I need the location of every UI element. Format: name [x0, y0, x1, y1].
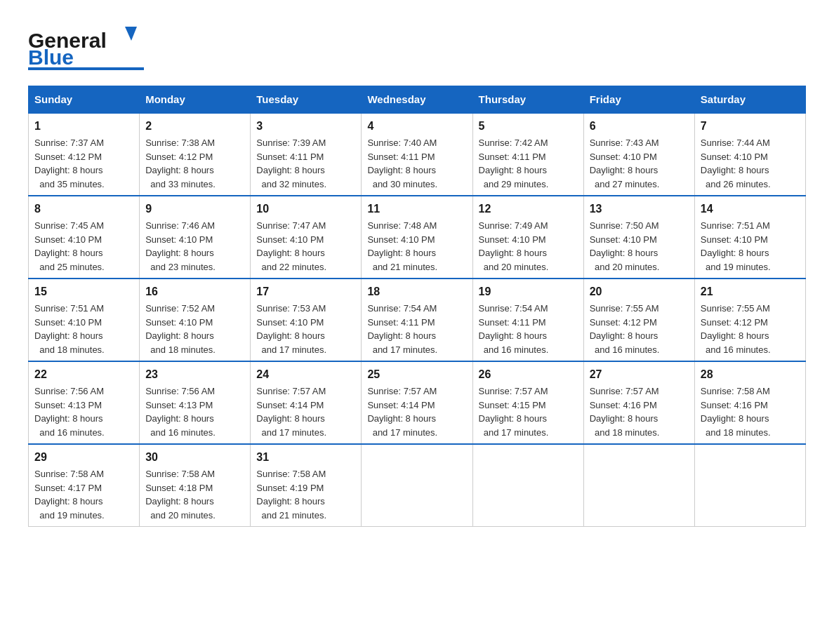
day-number: 26 [479, 366, 578, 383]
day-number: 19 [479, 283, 578, 300]
calendar-cell: 11 Sunrise: 7:48 AM Sunset: 4:10 PM Dayl… [362, 196, 472, 279]
calendar-cell: 1 Sunrise: 7:37 AM Sunset: 4:12 PM Dayli… [29, 113, 140, 196]
daylight-label: Daylight: 8 hours and 26 minutes. [701, 165, 771, 189]
page-header: General Blue [28, 21, 806, 72]
calendar-cell: 5 Sunrise: 7:42 AM Sunset: 4:11 PM Dayli… [472, 113, 583, 196]
sunrise-label: Sunrise: 7:50 AM [590, 220, 659, 231]
calendar-cell: 19 Sunrise: 7:54 AM Sunset: 4:11 PM Dayl… [472, 279, 583, 361]
sunset-label: Sunset: 4:16 PM [701, 400, 768, 410]
sunrise-label: Sunrise: 7:38 AM [145, 137, 215, 148]
sunrise-label: Sunrise: 7:56 AM [34, 386, 104, 396]
daylight-label: Daylight: 8 hours and 25 minutes. [34, 248, 105, 272]
day-number: 16 [145, 283, 244, 300]
sunset-label: Sunset: 4:18 PM [145, 483, 213, 493]
daylight-label: Daylight: 8 hours and 17 minutes. [256, 330, 326, 355]
sunrise-label: Sunrise: 7:57 AM [590, 386, 659, 396]
day-number: 31 [256, 449, 355, 466]
calendar-cell [583, 444, 694, 527]
daylight-label: Daylight: 8 hours and 16 minutes. [479, 330, 549, 355]
calendar-cell: 25 Sunrise: 7:57 AM Sunset: 4:14 PM Dayl… [362, 361, 472, 444]
daylight-label: Daylight: 8 hours and 35 minutes. [34, 165, 105, 189]
sunset-label: Sunset: 4:10 PM [479, 234, 546, 245]
sunrise-label: Sunrise: 7:56 AM [145, 386, 215, 396]
calendar-week-4: 22 Sunrise: 7:56 AM Sunset: 4:13 PM Dayl… [29, 361, 806, 444]
day-number: 22 [34, 366, 133, 383]
sunset-label: Sunset: 4:13 PM [145, 400, 213, 410]
calendar-cell: 13 Sunrise: 7:50 AM Sunset: 4:10 PM Dayl… [583, 196, 694, 279]
day-number: 3 [256, 118, 355, 135]
calendar-cell: 10 Sunrise: 7:47 AM Sunset: 4:10 PM Dayl… [251, 196, 362, 279]
sunset-label: Sunset: 4:10 PM [256, 234, 324, 245]
sunrise-label: Sunrise: 7:47 AM [256, 220, 326, 231]
calendar-cell [362, 444, 472, 527]
sunset-label: Sunset: 4:10 PM [256, 317, 324, 328]
sunset-label: Sunset: 4:10 PM [367, 234, 435, 245]
weekday-header-friday: Friday [583, 86, 694, 114]
calendar-cell: 22 Sunrise: 7:56 AM Sunset: 4:13 PM Dayl… [29, 361, 140, 444]
sunrise-label: Sunrise: 7:57 AM [367, 386, 437, 396]
day-number: 21 [701, 283, 800, 300]
calendar-week-2: 8 Sunrise: 7:45 AM Sunset: 4:10 PM Dayli… [29, 196, 806, 279]
calendar-cell: 29 Sunrise: 7:58 AM Sunset: 4:17 PM Dayl… [29, 444, 140, 527]
sunrise-label: Sunrise: 7:58 AM [34, 469, 104, 479]
sunrise-label: Sunrise: 7:37 AM [34, 137, 104, 148]
daylight-label: Daylight: 8 hours and 17 minutes. [367, 330, 437, 355]
day-number: 6 [590, 118, 689, 135]
sunrise-label: Sunrise: 7:55 AM [701, 303, 770, 314]
calendar-cell: 8 Sunrise: 7:45 AM Sunset: 4:10 PM Dayli… [29, 196, 140, 279]
sunrise-label: Sunrise: 7:52 AM [145, 303, 215, 314]
daylight-label: Daylight: 8 hours and 18 minutes. [590, 413, 660, 438]
calendar-cell: 12 Sunrise: 7:49 AM Sunset: 4:10 PM Dayl… [472, 196, 583, 279]
logo: General Blue [28, 21, 144, 72]
day-number: 25 [367, 366, 466, 383]
daylight-label: Daylight: 8 hours and 21 minutes. [367, 248, 437, 272]
day-number: 27 [590, 366, 689, 383]
calendar-cell: 16 Sunrise: 7:52 AM Sunset: 4:10 PM Dayl… [140, 279, 251, 361]
logo-svg: General Blue [28, 21, 144, 72]
day-number: 23 [145, 366, 244, 383]
day-number: 11 [367, 201, 466, 217]
day-number: 5 [479, 118, 578, 135]
sunset-label: Sunset: 4:10 PM [34, 317, 102, 328]
sunset-label: Sunset: 4:10 PM [34, 234, 102, 245]
sunset-label: Sunset: 4:12 PM [701, 317, 768, 328]
daylight-label: Daylight: 8 hours and 29 minutes. [479, 165, 549, 189]
calendar-table: SundayMondayTuesdayWednesdayThursdayFrid… [28, 86, 806, 527]
calendar-header-row: SundayMondayTuesdayWednesdayThursdayFrid… [29, 86, 806, 114]
daylight-label: Daylight: 8 hours and 30 minutes. [367, 165, 437, 189]
daylight-label: Daylight: 8 hours and 27 minutes. [590, 165, 660, 189]
sunrise-label: Sunrise: 7:46 AM [145, 220, 215, 231]
sunrise-label: Sunrise: 7:39 AM [256, 137, 326, 148]
sunrise-label: Sunrise: 7:58 AM [256, 469, 326, 479]
sunset-label: Sunset: 4:10 PM [590, 152, 657, 162]
day-number: 24 [256, 366, 355, 383]
svg-marker-1 [125, 27, 137, 41]
calendar-cell: 20 Sunrise: 7:55 AM Sunset: 4:12 PM Dayl… [583, 279, 694, 361]
sunset-label: Sunset: 4:10 PM [701, 152, 768, 162]
sunrise-label: Sunrise: 7:44 AM [701, 137, 770, 148]
sunrise-label: Sunrise: 7:57 AM [479, 386, 548, 396]
daylight-label: Daylight: 8 hours and 22 minutes. [256, 248, 326, 272]
calendar-cell: 30 Sunrise: 7:58 AM Sunset: 4:18 PM Dayl… [140, 444, 251, 527]
weekday-header-sunday: Sunday [29, 86, 140, 114]
sunrise-label: Sunrise: 7:55 AM [590, 303, 659, 314]
sunset-label: Sunset: 4:14 PM [367, 400, 435, 410]
day-number: 8 [34, 201, 133, 217]
sunset-label: Sunset: 4:17 PM [34, 483, 102, 493]
sunset-label: Sunset: 4:12 PM [590, 317, 657, 328]
daylight-label: Daylight: 8 hours and 17 minutes. [256, 413, 326, 438]
sunset-label: Sunset: 4:13 PM [34, 400, 102, 410]
sunrise-label: Sunrise: 7:58 AM [145, 469, 215, 479]
day-number: 12 [479, 201, 578, 217]
sunrise-label: Sunrise: 7:40 AM [367, 137, 437, 148]
calendar-cell: 6 Sunrise: 7:43 AM Sunset: 4:10 PM Dayli… [583, 113, 694, 196]
sunset-label: Sunset: 4:10 PM [145, 317, 213, 328]
daylight-label: Daylight: 8 hours and 23 minutes. [145, 248, 216, 272]
day-number: 17 [256, 283, 355, 300]
day-number: 18 [367, 283, 466, 300]
sunrise-label: Sunrise: 7:58 AM [701, 386, 770, 396]
sunset-label: Sunset: 4:14 PM [256, 400, 324, 410]
sunset-label: Sunset: 4:16 PM [590, 400, 657, 410]
calendar-cell: 15 Sunrise: 7:51 AM Sunset: 4:10 PM Dayl… [29, 279, 140, 361]
day-number: 14 [701, 201, 800, 217]
